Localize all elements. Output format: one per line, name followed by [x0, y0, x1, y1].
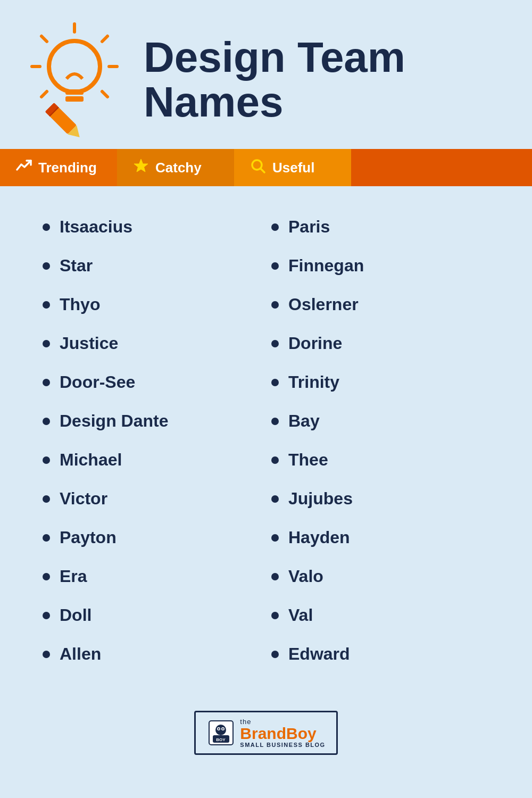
list-item: Bay: [271, 402, 500, 440]
bullet-icon: [43, 379, 50, 386]
list-item: Val: [271, 596, 500, 635]
bullet-icon: [43, 456, 50, 464]
brandboy-text: the BrandBoy SMALL BUSINESS BLOG: [240, 718, 325, 748]
mascot-icon: BOY: [206, 718, 236, 747]
list-item: Payton: [43, 518, 271, 557]
list-item: Michael: [43, 440, 271, 479]
bullet-icon: [271, 340, 279, 347]
svg-point-22: [222, 728, 224, 730]
bullet-icon: [271, 262, 279, 270]
tab-trending[interactable]: Trending: [0, 149, 117, 186]
svg-line-16: [261, 169, 264, 172]
svg-rect-1: [65, 89, 84, 95]
brandboy-logo: BOY the BrandBoy SMALL BUSINESS BLOG: [194, 711, 337, 755]
bullet-icon: [271, 612, 279, 619]
bullet-icon: [271, 651, 279, 658]
name-label: Valo: [288, 567, 323, 586]
list-item: Allen: [43, 635, 271, 674]
list-item: Valo: [271, 557, 500, 596]
list-item: Era: [43, 557, 271, 596]
name-label: Finnegan: [288, 256, 364, 276]
list-item: Finnegan: [271, 246, 500, 285]
svg-point-21: [218, 728, 220, 730]
list-item: Doll: [43, 596, 271, 635]
svg-line-6: [102, 92, 107, 97]
list-item: Paris: [271, 207, 500, 246]
names-section: ItsaaciusStarThyoJusticeDoor-SeeDesign D…: [0, 186, 532, 695]
tab-extra: [351, 149, 532, 186]
tab-catchy-label: Catchy: [155, 160, 202, 176]
bullet-icon: [271, 495, 279, 503]
tab-trending-label: Trending: [38, 160, 97, 176]
list-item: Thyo: [43, 285, 271, 324]
svg-line-9: [41, 92, 47, 97]
name-label: Jujubes: [288, 489, 353, 509]
brandboy-tagline: SMALL BUSINESS BLOG: [240, 742, 325, 748]
bullet-icon: [43, 495, 50, 503]
catchy-icon: [133, 158, 149, 178]
name-label: Star: [60, 256, 93, 276]
name-label: Oslerner: [288, 295, 359, 314]
name-label: Itsaacius: [60, 217, 132, 237]
page-title: Design Team Names: [144, 35, 405, 124]
svg-line-7: [41, 36, 47, 41]
name-label: Thee: [288, 450, 328, 470]
name-label: Thyo: [60, 295, 100, 314]
name-label: Doll: [60, 605, 92, 625]
name-label: Hayden: [288, 528, 350, 547]
right-column: ParisFinneganOslernerDorineTrinityBayThe…: [271, 207, 500, 674]
name-label: Victor: [60, 489, 107, 509]
list-item: Hayden: [271, 518, 500, 557]
name-label: Edward: [288, 644, 350, 664]
logo-icon: [21, 21, 128, 138]
name-label: Justice: [60, 334, 118, 353]
bullet-icon: [43, 651, 50, 658]
tab-useful-label: Useful: [272, 160, 314, 176]
name-label: Payton: [60, 528, 117, 547]
bullet-icon: [43, 301, 50, 309]
tabs-bar: Trending Catchy Useful: [0, 149, 532, 186]
list-item: Thee: [271, 440, 500, 479]
name-label: Era: [60, 567, 87, 586]
list-item: Star: [43, 246, 271, 285]
list-item: Jujubes: [271, 479, 500, 518]
bullet-icon: [271, 534, 279, 542]
svg-line-4: [102, 36, 107, 41]
svg-marker-14: [134, 159, 148, 172]
title-container: Design Team Names: [144, 35, 405, 124]
bullet-icon: [43, 262, 50, 270]
bullet-icon: [43, 534, 50, 542]
bullet-icon: [271, 418, 279, 425]
list-item: Oslerner: [271, 285, 500, 324]
useful-icon: [250, 158, 266, 178]
footer: BOY the BrandBoy SMALL BUSINESS BLOG: [0, 695, 532, 776]
left-column: ItsaaciusStarThyoJusticeDoor-SeeDesign D…: [43, 207, 271, 674]
name-label: Door-See: [60, 372, 135, 392]
name-label: Val: [288, 605, 313, 625]
list-item: Itsaacius: [43, 207, 271, 246]
tab-catchy[interactable]: Catchy: [117, 149, 234, 186]
list-item: Dorine: [271, 324, 500, 363]
list-item: Victor: [43, 479, 271, 518]
bullet-icon: [271, 301, 279, 309]
trending-icon: [16, 158, 32, 178]
list-item: Door-See: [43, 363, 271, 402]
svg-text:BOY: BOY: [217, 737, 226, 742]
name-label: Paris: [288, 217, 330, 237]
tab-useful[interactable]: Useful: [234, 149, 351, 186]
bullet-icon: [43, 340, 50, 347]
list-item: Design Dante: [43, 402, 271, 440]
list-item: Justice: [43, 324, 271, 363]
bullet-icon: [43, 223, 50, 231]
list-item: Edward: [271, 635, 500, 674]
svg-point-0: [49, 41, 100, 92]
name-label: Allen: [60, 644, 101, 664]
brandboy-name: BrandBoy: [240, 726, 316, 742]
bullet-icon: [271, 456, 279, 464]
name-label: Trinity: [288, 372, 339, 392]
name-label: Michael: [60, 450, 122, 470]
list-item: Trinity: [271, 363, 500, 402]
header-section: Design Team Names: [0, 0, 532, 149]
bullet-icon: [271, 379, 279, 386]
name-label: Dorine: [288, 334, 342, 353]
